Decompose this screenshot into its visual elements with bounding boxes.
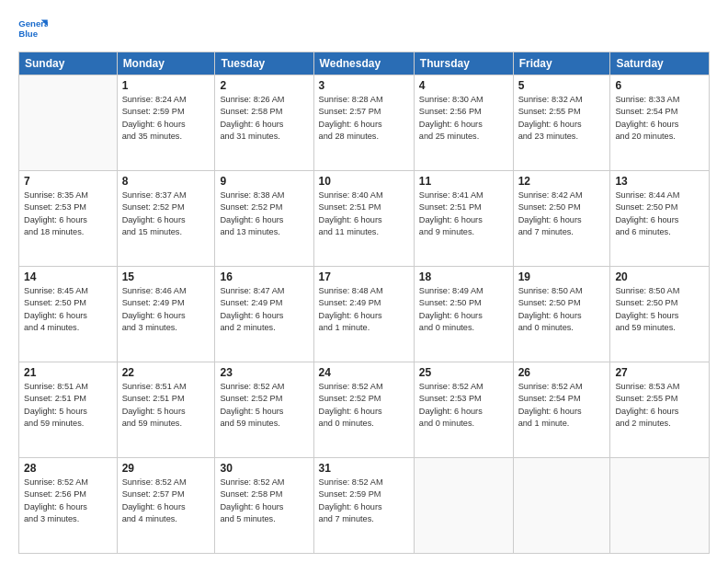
day-detail: Sunrise: 8:48 AMSunset: 2:49 PMDaylight:… bbox=[319, 285, 409, 334]
day-detail: Sunrise: 8:42 AMSunset: 2:50 PMDaylight:… bbox=[518, 190, 606, 238]
day-detail: Sunrise: 8:26 AMSunset: 2:58 PMDaylight:… bbox=[220, 94, 308, 143]
day-cell: 20Sunrise: 8:50 AMSunset: 2:50 PMDayligh… bbox=[610, 267, 710, 362]
column-header-sunday: Sunday bbox=[19, 52, 118, 75]
day-cell: 29Sunrise: 8:52 AMSunset: 2:57 PMDayligh… bbox=[117, 458, 215, 554]
day-detail: Sunrise: 8:32 AMSunset: 2:55 PMDaylight:… bbox=[518, 94, 606, 143]
day-cell: 15Sunrise: 8:46 AMSunset: 2:49 PMDayligh… bbox=[117, 267, 215, 362]
day-detail: Sunrise: 8:52 AMSunset: 2:52 PMDaylight:… bbox=[319, 381, 409, 430]
day-detail: Sunrise: 8:51 AMSunset: 2:51 PMDaylight:… bbox=[24, 381, 112, 430]
day-cell bbox=[513, 458, 610, 554]
day-number: 31 bbox=[319, 462, 409, 475]
day-number: 10 bbox=[319, 175, 409, 188]
day-cell: 21Sunrise: 8:51 AMSunset: 2:51 PMDayligh… bbox=[19, 362, 118, 458]
week-row-4: 21Sunrise: 8:51 AMSunset: 2:51 PMDayligh… bbox=[19, 362, 710, 458]
day-detail: Sunrise: 8:52 AMSunset: 2:58 PMDaylight:… bbox=[220, 477, 308, 525]
column-header-saturday: Saturday bbox=[610, 52, 710, 75]
day-cell bbox=[19, 75, 118, 171]
day-detail: Sunrise: 8:30 AMSunset: 2:56 PMDaylight:… bbox=[419, 94, 508, 143]
day-number: 30 bbox=[220, 462, 308, 475]
day-cell: 10Sunrise: 8:40 AMSunset: 2:51 PMDayligh… bbox=[313, 171, 414, 267]
day-detail: Sunrise: 8:52 AMSunset: 2:54 PMDaylight:… bbox=[518, 381, 606, 430]
header: General Blue bbox=[18, 17, 710, 42]
day-detail: Sunrise: 8:24 AMSunset: 2:59 PMDaylight:… bbox=[122, 94, 210, 143]
day-cell: 25Sunrise: 8:52 AMSunset: 2:53 PMDayligh… bbox=[414, 362, 513, 458]
day-cell: 3Sunrise: 8:28 AMSunset: 2:57 PMDaylight… bbox=[313, 75, 414, 171]
logo: General Blue bbox=[18, 17, 51, 42]
day-cell: 28Sunrise: 8:52 AMSunset: 2:56 PMDayligh… bbox=[19, 458, 118, 554]
day-number: 1 bbox=[122, 79, 210, 92]
day-number: 22 bbox=[122, 366, 210, 379]
day-detail: Sunrise: 8:52 AMSunset: 2:56 PMDaylight:… bbox=[24, 477, 112, 525]
day-number: 26 bbox=[518, 366, 606, 379]
logo-icon: General Blue bbox=[18, 17, 48, 42]
day-number: 17 bbox=[319, 270, 409, 283]
day-number: 28 bbox=[24, 462, 112, 475]
week-row-3: 14Sunrise: 8:45 AMSunset: 2:50 PMDayligh… bbox=[19, 267, 710, 362]
day-cell: 13Sunrise: 8:44 AMSunset: 2:50 PMDayligh… bbox=[610, 171, 710, 267]
day-number: 16 bbox=[220, 270, 308, 283]
day-detail: Sunrise: 8:52 AMSunset: 2:53 PMDaylight:… bbox=[419, 381, 508, 430]
day-cell: 26Sunrise: 8:52 AMSunset: 2:54 PMDayligh… bbox=[513, 362, 610, 458]
day-number: 29 bbox=[122, 462, 210, 475]
day-detail: Sunrise: 8:33 AMSunset: 2:54 PMDaylight:… bbox=[615, 94, 704, 143]
day-number: 21 bbox=[24, 366, 112, 379]
day-detail: Sunrise: 8:52 AMSunset: 2:57 PMDaylight:… bbox=[122, 477, 210, 525]
day-detail: Sunrise: 8:49 AMSunset: 2:50 PMDaylight:… bbox=[419, 285, 508, 334]
day-cell: 22Sunrise: 8:51 AMSunset: 2:51 PMDayligh… bbox=[117, 362, 215, 458]
column-header-friday: Friday bbox=[513, 52, 610, 75]
day-number: 3 bbox=[319, 79, 409, 92]
day-detail: Sunrise: 8:47 AMSunset: 2:49 PMDaylight:… bbox=[220, 285, 308, 334]
day-number: 18 bbox=[419, 270, 508, 283]
day-cell: 2Sunrise: 8:26 AMSunset: 2:58 PMDaylight… bbox=[215, 75, 313, 171]
day-detail: Sunrise: 8:46 AMSunset: 2:49 PMDaylight:… bbox=[122, 285, 210, 334]
day-detail: Sunrise: 8:41 AMSunset: 2:51 PMDaylight:… bbox=[419, 190, 508, 238]
calendar-header: SundayMondayTuesdayWednesdayThursdayFrid… bbox=[19, 52, 710, 75]
day-number: 2 bbox=[220, 79, 308, 92]
day-number: 7 bbox=[24, 175, 112, 188]
day-detail: Sunrise: 8:53 AMSunset: 2:55 PMDaylight:… bbox=[615, 381, 704, 430]
day-detail: Sunrise: 8:35 AMSunset: 2:53 PMDaylight:… bbox=[24, 190, 112, 238]
day-number: 25 bbox=[419, 366, 508, 379]
day-cell: 9Sunrise: 8:38 AMSunset: 2:52 PMDaylight… bbox=[215, 171, 313, 267]
day-number: 24 bbox=[319, 366, 409, 379]
day-cell: 1Sunrise: 8:24 AMSunset: 2:59 PMDaylight… bbox=[117, 75, 215, 171]
day-cell: 16Sunrise: 8:47 AMSunset: 2:49 PMDayligh… bbox=[215, 267, 313, 362]
day-number: 13 bbox=[615, 175, 704, 188]
day-cell: 12Sunrise: 8:42 AMSunset: 2:50 PMDayligh… bbox=[513, 171, 610, 267]
day-cell: 5Sunrise: 8:32 AMSunset: 2:55 PMDaylight… bbox=[513, 75, 610, 171]
column-header-monday: Monday bbox=[117, 52, 215, 75]
day-cell bbox=[414, 458, 513, 554]
column-header-wednesday: Wednesday bbox=[313, 52, 414, 75]
day-cell: 8Sunrise: 8:37 AMSunset: 2:52 PMDaylight… bbox=[117, 171, 215, 267]
day-detail: Sunrise: 8:44 AMSunset: 2:50 PMDaylight:… bbox=[615, 190, 704, 238]
day-detail: Sunrise: 8:50 AMSunset: 2:50 PMDaylight:… bbox=[518, 285, 606, 334]
day-detail: Sunrise: 8:52 AMSunset: 2:59 PMDaylight:… bbox=[319, 477, 409, 525]
day-cell: 23Sunrise: 8:52 AMSunset: 2:52 PMDayligh… bbox=[215, 362, 313, 458]
day-number: 5 bbox=[518, 79, 606, 92]
day-cell: 4Sunrise: 8:30 AMSunset: 2:56 PMDaylight… bbox=[414, 75, 513, 171]
week-row-2: 7Sunrise: 8:35 AMSunset: 2:53 PMDaylight… bbox=[19, 171, 710, 267]
day-number: 8 bbox=[122, 175, 210, 188]
page: General Blue SundayMondayTuesdayWednesda… bbox=[0, 0, 728, 563]
day-cell: 19Sunrise: 8:50 AMSunset: 2:50 PMDayligh… bbox=[513, 267, 610, 362]
day-number: 11 bbox=[419, 175, 508, 188]
day-cell: 6Sunrise: 8:33 AMSunset: 2:54 PMDaylight… bbox=[610, 75, 710, 171]
day-number: 15 bbox=[122, 270, 210, 283]
week-row-1: 1Sunrise: 8:24 AMSunset: 2:59 PMDaylight… bbox=[19, 75, 710, 171]
day-cell: 31Sunrise: 8:52 AMSunset: 2:59 PMDayligh… bbox=[313, 458, 414, 554]
day-cell: 14Sunrise: 8:45 AMSunset: 2:50 PMDayligh… bbox=[19, 267, 118, 362]
day-number: 12 bbox=[518, 175, 606, 188]
day-detail: Sunrise: 8:37 AMSunset: 2:52 PMDaylight:… bbox=[122, 190, 210, 238]
day-detail: Sunrise: 8:40 AMSunset: 2:51 PMDaylight:… bbox=[319, 190, 409, 238]
day-number: 9 bbox=[220, 175, 308, 188]
day-cell: 30Sunrise: 8:52 AMSunset: 2:58 PMDayligh… bbox=[215, 458, 313, 554]
day-number: 4 bbox=[419, 79, 508, 92]
svg-text:Blue: Blue bbox=[18, 29, 38, 39]
header-row: SundayMondayTuesdayWednesdayThursdayFrid… bbox=[19, 52, 710, 75]
day-cell: 7Sunrise: 8:35 AMSunset: 2:53 PMDaylight… bbox=[19, 171, 118, 267]
day-detail: Sunrise: 8:52 AMSunset: 2:52 PMDaylight:… bbox=[220, 381, 308, 430]
day-detail: Sunrise: 8:28 AMSunset: 2:57 PMDaylight:… bbox=[319, 94, 409, 143]
day-number: 14 bbox=[24, 270, 112, 283]
day-number: 6 bbox=[615, 79, 704, 92]
day-cell bbox=[610, 458, 710, 554]
